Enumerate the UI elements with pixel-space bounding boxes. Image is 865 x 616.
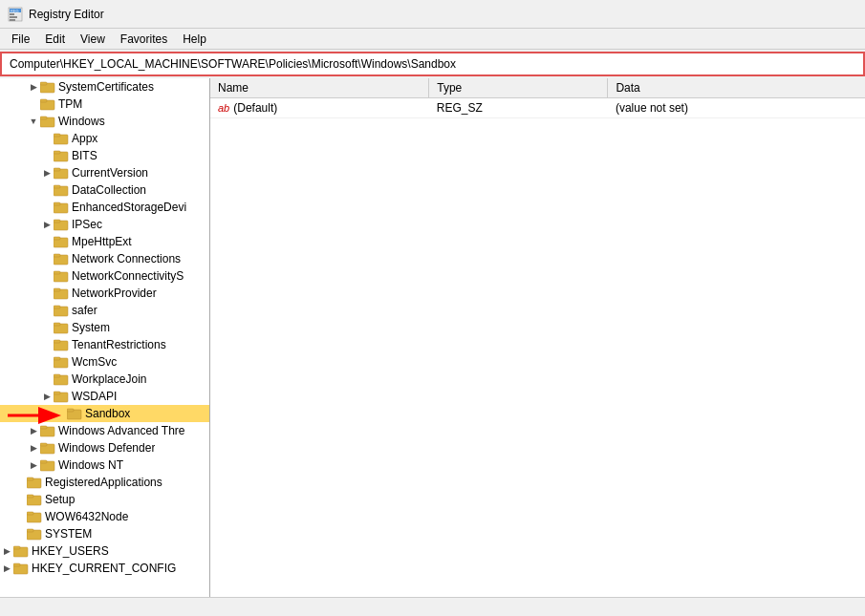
tree-item-network-provider[interactable]: NetworkProvider <box>0 285 209 302</box>
svg-rect-63 <box>13 563 20 566</box>
expand-btn-wow6432 <box>13 510 27 523</box>
menu-favorites[interactable]: Favorites <box>113 31 175 48</box>
main-content: ▶ SystemCertificates TPM ▼ Windows <box>0 78 865 597</box>
expand-btn-network-connections <box>40 252 54 266</box>
tree-item-system-certs[interactable]: ▶ SystemCertificates <box>0 78 209 96</box>
svg-rect-21 <box>54 202 60 205</box>
expand-btn-system-certs[interactable]: ▶ <box>27 80 40 94</box>
expand-btn-enhanced-storage <box>40 201 54 214</box>
expand-btn-windows[interactable]: ▼ <box>27 115 40 128</box>
expand-btn-win-defender[interactable]: ▶ <box>27 441 40 455</box>
svg-rect-33 <box>54 306 60 308</box>
tree-panel-wrapper: ▶ SystemCertificates TPM ▼ Windows <box>0 78 210 597</box>
expand-btn-win-advanced-threat[interactable]: ▶ <box>27 424 40 437</box>
item-label-mpe-http-ext: MpeHttpExt <box>72 235 132 248</box>
folder-icon-wsdapi <box>54 390 69 403</box>
tree-item-win-defender[interactable]: ▶ Windows Defender <box>0 439 209 457</box>
expand-btn-wsdapi[interactable]: ▶ <box>40 390 54 403</box>
expand-btn-win-nt[interactable]: ▶ <box>27 458 40 472</box>
cell-data: (value not set) <box>608 98 865 118</box>
cell-type: REG_SZ <box>429 98 608 118</box>
tree-item-wcm-svc[interactable]: WcmSvc <box>0 353 209 371</box>
tree-item-registered-apps[interactable]: RegisteredApplications <box>0 474 209 491</box>
tree-item-network-connections[interactable]: Network Connections <box>0 250 209 267</box>
item-label-ipsec: IPSec <box>72 218 102 231</box>
tree-panel[interactable]: ▶ SystemCertificates TPM ▼ Windows <box>0 78 210 597</box>
tree-item-wsdapi[interactable]: ▶ WSDAPI <box>0 388 209 405</box>
folder-icon-tpm <box>40 97 55 111</box>
tree-item-tenant-restrictions[interactable]: TenantRestrictions <box>0 336 209 353</box>
folder-icon-system-certs <box>40 80 55 94</box>
svg-rect-41 <box>54 374 60 377</box>
col-type[interactable]: Type <box>429 78 608 98</box>
folder-icon-safer <box>54 304 69 317</box>
item-label-tenant-restrictions: TenantRestrictions <box>72 338 166 351</box>
expand-btn-bits <box>40 149 54 162</box>
expand-btn-ipsec[interactable]: ▶ <box>40 218 54 231</box>
svg-rect-45 <box>67 409 74 412</box>
tree-item-setup[interactable]: Setup <box>0 491 209 508</box>
data-panel[interactable]: Name Type Data ab(Default) REG_SZ (value… <box>210 78 865 597</box>
item-label-wow6432: WOW6432Node <box>45 510 128 523</box>
svg-rect-43 <box>54 392 60 394</box>
expand-btn-mpe-http-ext <box>40 235 54 248</box>
folder-icon-tenant-restrictions <box>54 338 69 351</box>
col-name[interactable]: Name <box>210 78 429 98</box>
menu-help[interactable]: Help <box>175 31 214 48</box>
item-label-win-defender: Windows Defender <box>58 441 155 455</box>
tree-item-windows[interactable]: ▼ Windows <box>0 113 209 130</box>
tree-item-system[interactable]: System <box>0 319 209 336</box>
expand-btn-system-hive <box>13 527 27 541</box>
expand-btn-hkey-current-config[interactable]: ▶ <box>0 562 13 575</box>
expand-btn-hkey-users[interactable]: ▶ <box>0 544 13 558</box>
tree-item-appx[interactable]: Appx <box>0 130 209 147</box>
ab-icon: ab <box>218 102 229 114</box>
tree-item-enhanced-storage[interactable]: EnhancedStorageDevi <box>0 199 209 216</box>
item-label-system-certs: SystemCertificates <box>58 80 154 94</box>
item-label-system: System <box>72 321 110 334</box>
expand-btn-system <box>40 321 54 334</box>
tree-item-win-advanced-threat[interactable]: ▶ Windows Advanced Thre <box>0 422 209 439</box>
tree-item-current-version[interactable]: ▶ CurrentVersion <box>0 164 209 181</box>
expand-btn-setup <box>13 493 27 506</box>
item-label-bits: BITS <box>72 149 97 162</box>
folder-icon-ipsec <box>54 218 69 231</box>
tree-item-wow6432[interactable]: WOW6432Node <box>0 508 209 525</box>
tree-item-ipsec[interactable]: ▶ IPSec <box>0 216 209 233</box>
tree-item-tpm[interactable]: TPM <box>0 96 209 113</box>
app-title: Registry Editor <box>29 8 104 21</box>
svg-rect-39 <box>54 357 60 360</box>
svg-rect-23 <box>54 220 60 223</box>
tree-item-system-hive[interactable]: SYSTEM <box>0 525 209 542</box>
tree-item-bits[interactable]: BITS <box>0 147 209 164</box>
cell-name: ab(Default) <box>210 98 429 118</box>
tree-item-safer[interactable]: safer <box>0 302 209 319</box>
svg-rect-37 <box>54 340 60 343</box>
folder-icon-enhanced-storage <box>54 201 69 214</box>
folder-icon-network-connections <box>54 252 69 266</box>
svg-rect-9 <box>40 99 47 102</box>
tree-item-network-connectivity[interactable]: NetworkConnectivityS <box>0 267 209 285</box>
tree-item-win-nt[interactable]: ▶ Windows NT <box>0 457 209 474</box>
item-label-hkey-users: HKEY_USERS <box>32 544 109 558</box>
menu-edit[interactable]: Edit <box>37 31 73 48</box>
folder-icon-bits <box>54 149 69 162</box>
tree-item-mpe-http-ext[interactable]: MpeHttpExt <box>0 233 209 250</box>
menu-file[interactable]: File <box>4 31 37 48</box>
folder-icon-win-advanced-threat <box>40 424 55 437</box>
folder-icon-data-collection <box>54 183 69 197</box>
expand-btn-network-connectivity <box>40 269 54 283</box>
menu-view[interactable]: View <box>73 31 113 48</box>
tree-item-data-collection[interactable]: DataCollection <box>0 181 209 199</box>
tree-item-hkey-current-config[interactable]: ▶ HKEY_CURRENT_CONFIG <box>0 560 209 577</box>
col-data[interactable]: Data <box>608 78 865 98</box>
tree-item-hkey-users[interactable]: ▶ HKEY_USERS <box>0 542 209 560</box>
folder-icon-current-version <box>54 166 69 180</box>
table-row[interactable]: ab(Default) REG_SZ (value not set) <box>210 98 865 118</box>
address-bar[interactable]: Computer\HKEY_LOCAL_MACHINE\SOFTWARE\Pol… <box>0 52 865 76</box>
tree-item-sandbox[interactable]: Sandbox <box>0 405 209 422</box>
folder-icon-network-provider <box>54 287 69 300</box>
tree-item-workplace-join[interactable]: WorkplaceJoin <box>0 371 209 388</box>
expand-btn-current-version[interactable]: ▶ <box>40 166 54 180</box>
address-path: Computer\HKEY_LOCAL_MACHINE\SOFTWARE\Pol… <box>6 57 456 71</box>
